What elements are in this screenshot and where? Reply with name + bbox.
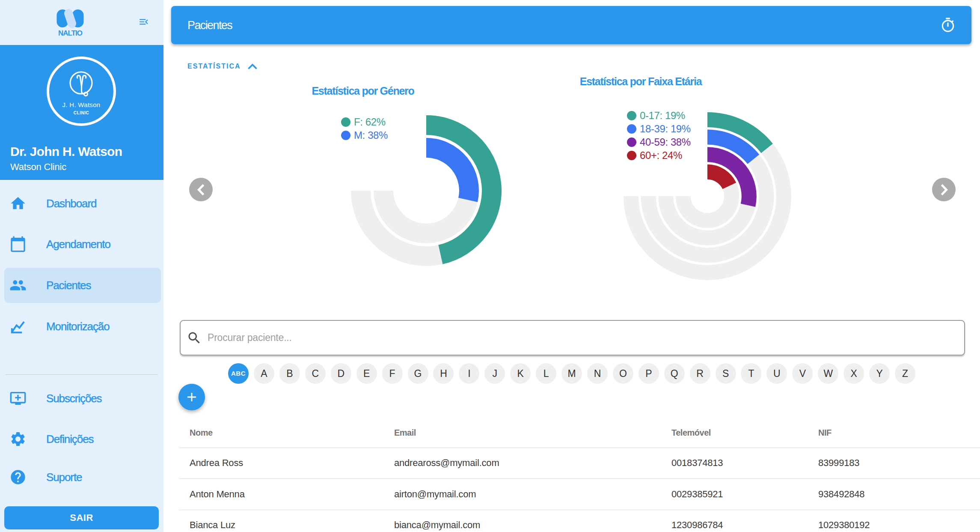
add-to-queue-icon <box>9 390 27 407</box>
alphabet-chip-o[interactable]: O <box>613 363 633 384</box>
radial-bar-chart <box>613 102 802 290</box>
alphabet-chip-j[interactable]: J <box>484 363 505 384</box>
help-icon <box>9 469 27 486</box>
table-cell-nome: Bianca Luz <box>190 520 235 531</box>
sidebar-item-label: Subscrições <box>46 392 102 405</box>
chart-title: Estatística por Género <box>312 85 414 97</box>
statistics-section-label: ESTATÍSTICA <box>187 63 241 70</box>
sidebar-item-dashboard[interactable]: Dashboard <box>4 186 161 221</box>
carousel-prev-button[interactable] <box>189 178 213 201</box>
sidebar-item-label: Monitorização <box>46 320 110 333</box>
carousel-next-button[interactable] <box>932 178 956 201</box>
profile-panel: J. H. Watson CLINIC Dr. John H. Watson W… <box>0 45 163 180</box>
sidebar-item-pacientes[interactable]: Pacientes <box>4 268 161 303</box>
alphabet-chip-l[interactable]: L <box>536 363 556 384</box>
chart-title: Estatística por Faixa Etária <box>580 75 702 88</box>
gear-icon <box>9 430 27 448</box>
alphabet-chip-t[interactable]: T <box>741 363 761 384</box>
people-icon <box>9 277 27 294</box>
naltio-logo-icon <box>55 9 85 28</box>
table-header-nif: NIF <box>818 428 832 438</box>
table-cell-telemovel: 1230986784 <box>671 520 723 531</box>
page-title: Pacientes <box>187 18 232 32</box>
table-row-divider <box>179 448 980 448</box>
sidebar-item-label: Pacientes <box>46 279 91 292</box>
alphabet-chip-v[interactable]: V <box>792 363 813 384</box>
avatar: J. H. Watson CLINIC <box>46 56 116 126</box>
sidebar-item-label: Definições <box>46 433 93 446</box>
chevron-right-icon <box>938 183 950 196</box>
sidebar-item-definicoes[interactable]: Definições <box>4 421 161 457</box>
brand-logo: NALTIO <box>55 9 85 38</box>
table-cell-nome: Anton Menna <box>190 489 245 500</box>
alphabet-chip-x[interactable]: X <box>843 363 864 384</box>
table-header-email: Email <box>394 428 416 438</box>
table-cell-email: airton@mymail.com <box>394 489 476 500</box>
doctor-name: Dr. John H. Watson <box>10 144 122 159</box>
search-input[interactable] <box>208 321 935 355</box>
chevron-left-icon <box>196 183 207 196</box>
add-patient-fab[interactable] <box>178 384 205 410</box>
table-cell-email: bianca@mymail.com <box>394 520 480 531</box>
timer-icon <box>940 17 956 33</box>
alphabet-chip-f[interactable]: F <box>382 363 403 384</box>
alphabet-chip-h[interactable]: H <box>433 363 454 384</box>
plus-icon <box>184 390 199 404</box>
calendar-icon <box>9 236 27 253</box>
nav-divider <box>6 374 158 375</box>
alphabet-chip-e[interactable]: E <box>356 363 377 384</box>
table-cell-telemovel: 0029385921 <box>671 489 723 500</box>
table-header-nome: Nome <box>190 428 213 438</box>
search-icon <box>187 330 202 346</box>
clinic-name: Watson Clinic <box>10 161 66 173</box>
chevron-up-icon <box>247 63 258 70</box>
alphabet-chip-i[interactable]: I <box>459 363 479 384</box>
menu-collapse-button[interactable] <box>137 16 151 28</box>
sidebar-item-suporte[interactable]: Suporte <box>4 460 161 495</box>
alphabet-chip-u[interactable]: U <box>766 363 787 384</box>
alphabet-chip-s[interactable]: S <box>716 363 736 384</box>
logout-button[interactable]: SAIR <box>4 506 159 529</box>
alphabet-chip-m[interactable]: M <box>561 363 582 384</box>
sidebar-item-label: Dashboard <box>46 197 96 210</box>
alphabet-chip-y[interactable]: Y <box>869 363 890 384</box>
statistics-section-toggle[interactable]: ESTATÍSTICA <box>187 60 258 73</box>
alphabet-chip-r[interactable]: R <box>690 363 710 384</box>
sidebar: NALTIO J. H. Watson CLINIC <box>0 0 163 532</box>
table-header-telemovel: Telemóvel <box>671 428 711 438</box>
alphabet-chip-z[interactable]: Z <box>895 363 915 384</box>
table-cell-email: andreaross@mymail.com <box>394 457 499 469</box>
main-content: Pacientes ESTATÍSTICA Estatística por Gé <box>163 0 980 532</box>
radial-bar-chart <box>341 105 512 276</box>
sidebar-header: NALTIO <box>0 0 163 45</box>
alphabet-chip-n[interactable]: N <box>587 363 608 384</box>
home-icon <box>9 195 27 212</box>
svg-text:CLINIC: CLINIC <box>74 111 89 115</box>
brand-name: NALTIO <box>55 29 85 38</box>
app-root: NALTIO J. H. Watson CLINIC <box>0 0 980 532</box>
sidebar-item-agendamento[interactable]: Agendamento <box>4 227 161 262</box>
sidebar-item-label: Suporte <box>46 471 82 484</box>
alphabet-chip-k[interactable]: K <box>510 363 531 384</box>
alphabet-chip-c[interactable]: C <box>305 363 326 384</box>
sidebar-item-subscricoes[interactable]: Subscrições <box>4 381 161 416</box>
alphabet-chip-w[interactable]: W <box>818 363 838 384</box>
table-cell-nif: 938492848 <box>818 489 864 500</box>
table-cell-nif: 1029380192 <box>818 520 870 531</box>
table-cell-nif: 83999183 <box>818 457 859 469</box>
sidebar-item-label: Agendamento <box>46 238 110 251</box>
alphabet-chip-all[interactable]: ABC <box>228 363 249 384</box>
alphabet-chip-q[interactable]: Q <box>664 363 685 384</box>
alphabet-chip-p[interactable]: P <box>638 363 659 384</box>
menu-open-icon <box>137 16 150 27</box>
app-header: Pacientes <box>171 6 971 44</box>
timer-button[interactable] <box>940 17 956 33</box>
alphabet-chip-d[interactable]: D <box>331 363 351 384</box>
alphabet-chip-a[interactable]: A <box>254 363 274 384</box>
alphabet-chip-g[interactable]: G <box>408 363 428 384</box>
table-row-divider <box>179 510 980 510</box>
alphabet-chip-b[interactable]: B <box>279 363 300 384</box>
search-box <box>180 320 965 356</box>
clinic-avatar-icon: J. H. Watson CLINIC <box>46 56 116 126</box>
sidebar-item-monitorizacao[interactable]: Monitorização <box>4 309 161 344</box>
